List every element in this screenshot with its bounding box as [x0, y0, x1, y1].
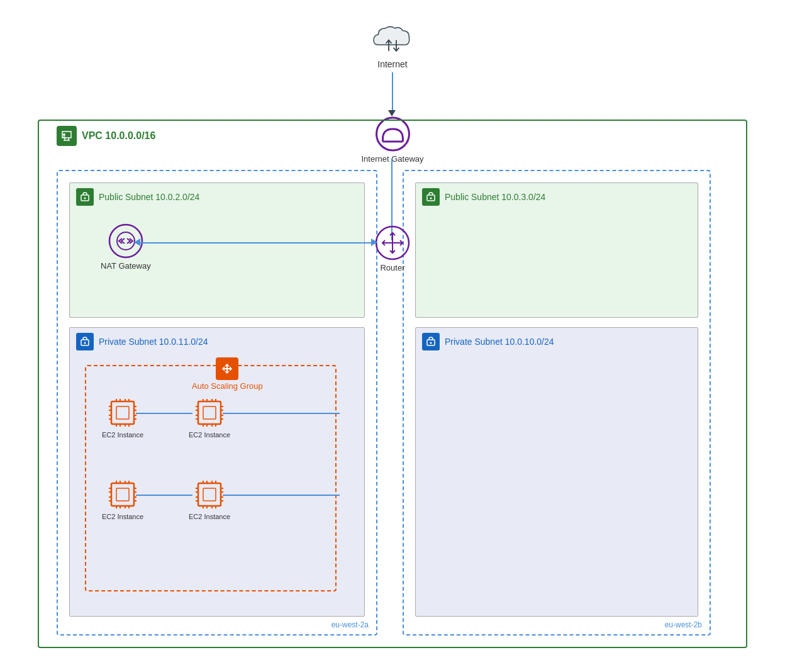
ec2-label-1: EC2 Instance [102, 431, 143, 439]
ec2-label-4: EC2 Instance [189, 513, 230, 520]
line-internet-igw [392, 72, 393, 113]
svg-rect-39 [116, 406, 129, 419]
svg-point-10 [430, 198, 432, 199]
private-subnet-left-header: Private Subnet 10.0.11.0/24 [70, 328, 364, 356]
svg-rect-22 [111, 401, 134, 424]
public-subnet-left-label: Public Subnet 10.0.2.0/24 [99, 192, 199, 202]
svg-rect-40 [198, 401, 221, 424]
ec2-instance-1: EC2 Instance [102, 396, 143, 439]
arrow-down-igw [388, 110, 396, 116]
asg-label: Auto Scaling Group [192, 381, 263, 391]
subnet-icon-blue-left [76, 333, 94, 350]
ec2-icon-4 [193, 478, 226, 511]
public-subnet-right-label: Public Subnet 10.0.3.0/24 [445, 192, 545, 202]
nat-gateway: NAT Gateway [101, 223, 151, 271]
vpc-text: VPC 10.0.0.0/16 [82, 130, 155, 142]
svg-point-8 [84, 198, 86, 199]
private-subnet-right-label: Private Subnet 10.0.10.0/24 [445, 337, 554, 347]
asg-header: Auto Scaling Group [192, 357, 263, 391]
vpc-icon [57, 126, 77, 146]
private-subnet-right: Private Subnet 10.0.10.0/24 [415, 327, 698, 617]
ec2-label-3: EC2 Instance [102, 513, 143, 520]
svg-rect-93 [203, 488, 216, 501]
ec2-row2-line-ext [223, 495, 340, 496]
nat-label: NAT Gateway [101, 261, 151, 271]
ec2-row1-line-ext [223, 413, 340, 414]
subnet-icon-green-right [422, 188, 440, 206]
arrow-to-nat [134, 238, 140, 246]
az-left-label: eu-west-2a [331, 620, 369, 629]
ec2-icon-3 [106, 478, 139, 511]
ec2-label-2: EC2 Instance [189, 431, 230, 439]
ec2-row1-line [136, 413, 192, 414]
router-icon [375, 225, 410, 260]
cloud-icon [367, 19, 418, 57]
ec2-instance-2: EC2 Instance [189, 396, 230, 439]
ec2-instance-3: EC2 Instance [102, 478, 143, 520]
svg-rect-57 [203, 406, 216, 419]
svg-rect-58 [111, 483, 134, 506]
diagram-container: Internet Internet Gateway VPC 10.0.0.0/1… [0, 0, 785, 672]
vpc-label: VPC 10.0.0.0/16 [57, 126, 155, 146]
svg-rect-76 [198, 483, 221, 506]
public-subnet-right-header: Public Subnet 10.0.3.0/24 [416, 183, 698, 211]
svg-point-12 [84, 342, 86, 344]
svg-point-14 [430, 342, 432, 344]
ec2-icon-2 [193, 396, 226, 429]
az-right-label: eu-west-2b [665, 620, 702, 629]
svg-point-6 [63, 133, 65, 136]
line-nat-router [137, 242, 372, 244]
ec2-icon-1 [106, 396, 139, 429]
router: Router [375, 225, 410, 272]
public-subnet-right: Public Subnet 10.0.3.0/24 [415, 182, 698, 318]
private-subnet-left-label: Private Subnet 10.0.11.0/24 [99, 337, 208, 347]
private-subnet-right-header: Private Subnet 10.0.10.0/24 [416, 328, 698, 356]
ec2-instance-4: EC2 Instance [189, 478, 230, 520]
internet-cloud: Internet [367, 19, 418, 69]
arrow-to-router [371, 238, 377, 246]
svg-rect-75 [116, 488, 129, 501]
asg-icon [216, 357, 238, 380]
internet-label: Internet [377, 59, 407, 69]
subnet-icon-green-left [76, 188, 94, 206]
router-label: Router [380, 263, 404, 272]
subnet-icon-blue-right [422, 333, 440, 350]
ec2-row2-line [136, 495, 192, 496]
public-subnet-left-header: Public Subnet 10.0.2.0/24 [70, 183, 364, 211]
